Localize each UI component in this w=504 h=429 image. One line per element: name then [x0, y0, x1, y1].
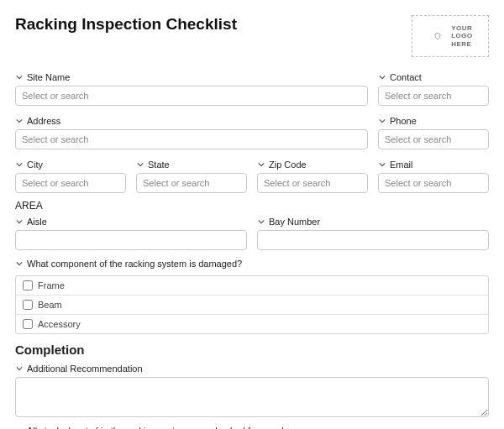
damage-option-accessory[interactable]: Accessory: [16, 314, 488, 333]
site-name-input[interactable]: [15, 86, 368, 106]
damage-option-beam-label: Beam: [38, 300, 62, 310]
page-title: Racking Inspection Checklist: [15, 15, 237, 34]
chevron-down-icon: [136, 160, 144, 169]
damage-checkbox-beam[interactable]: [23, 300, 33, 310]
chevron-down-icon: [15, 259, 24, 268]
chevron-down-icon: [378, 73, 386, 81]
damage-question-text: What component of the racking system is …: [27, 259, 242, 269]
chevron-down-icon: [15, 73, 24, 81]
email-label[interactable]: Email: [378, 160, 489, 170]
zip-input[interactable]: [257, 173, 368, 193]
state-label[interactable]: State: [136, 160, 247, 170]
chevron-down-icon: [15, 117, 24, 125]
chevron-down-icon: [15, 217, 24, 226]
chevron-down-icon: [378, 117, 386, 125]
shield-icon: [428, 24, 448, 48]
chevron-down-icon: [15, 364, 24, 373]
bay-label[interactable]: Bay Number: [257, 217, 489, 227]
address-label[interactable]: Address: [15, 116, 368, 126]
email-input[interactable]: [378, 173, 489, 193]
recommendation-textarea[interactable]: [15, 377, 489, 417]
damage-question-label[interactable]: What component of the racking system is …: [15, 259, 489, 269]
aisle-input[interactable]: [15, 230, 247, 250]
damage-option-accessory-label: Accessory: [38, 319, 81, 329]
logo-text-line1: YOUR: [451, 24, 473, 32]
completion-heading: Completion: [15, 343, 489, 357]
damage-option-beam[interactable]: Beam: [16, 295, 488, 314]
damage-option-frame[interactable]: Frame: [16, 276, 488, 295]
address-input[interactable]: [15, 129, 368, 149]
bay-label-text: Bay Number: [269, 217, 320, 227]
aisle-label-text: Aisle: [27, 217, 47, 227]
state-input[interactable]: [136, 173, 247, 193]
chevron-down-icon: [257, 160, 265, 169]
contact-input[interactable]: [378, 86, 489, 106]
city-label-text: City: [27, 160, 43, 170]
damage-checkbox-accessory[interactable]: [23, 319, 33, 329]
address-label-text: Address: [27, 116, 60, 126]
aisle-label[interactable]: Aisle: [15, 217, 247, 227]
contact-label-text: Contact: [390, 72, 422, 82]
site-name-label[interactable]: Site Name: [15, 72, 368, 82]
city-input[interactable]: [15, 173, 126, 193]
logo-placeholder: YOUR LOGO HERE: [412, 15, 489, 57]
zip-label-text: Zip Code: [269, 160, 307, 170]
area-heading: AREA: [15, 200, 489, 212]
zip-label[interactable]: Zip Code: [257, 160, 368, 170]
chevron-down-icon: [15, 160, 24, 169]
chevron-down-icon: [257, 217, 265, 226]
phone-input[interactable]: [378, 129, 489, 149]
contact-label[interactable]: Contact: [378, 72, 489, 82]
phone-label[interactable]: Phone: [378, 116, 489, 126]
recommendation-label-text: Additional Recommendation: [27, 364, 143, 374]
site-name-label-text: Site Name: [27, 72, 70, 82]
recommendation-label[interactable]: Additional Recommendation: [15, 364, 489, 374]
email-label-text: Email: [390, 160, 413, 170]
logo-text-line3: HERE: [451, 40, 473, 48]
stocks-checked-label[interactable]: All stocks located in the racking system…: [15, 426, 489, 429]
state-label-text: State: [148, 160, 170, 170]
chevron-down-icon: [378, 160, 386, 169]
bay-input[interactable]: [257, 230, 489, 250]
damage-checkbox-frame[interactable]: [23, 280, 33, 290]
damage-options-group: Frame Beam Accessory: [15, 275, 489, 334]
city-label[interactable]: City: [15, 160, 126, 170]
logo-text-line2: LOGO: [451, 32, 473, 39]
phone-label-text: Phone: [390, 116, 417, 126]
damage-option-frame-label: Frame: [38, 280, 65, 290]
stocks-checked-label-text: All stocks located in the racking system…: [27, 426, 314, 429]
